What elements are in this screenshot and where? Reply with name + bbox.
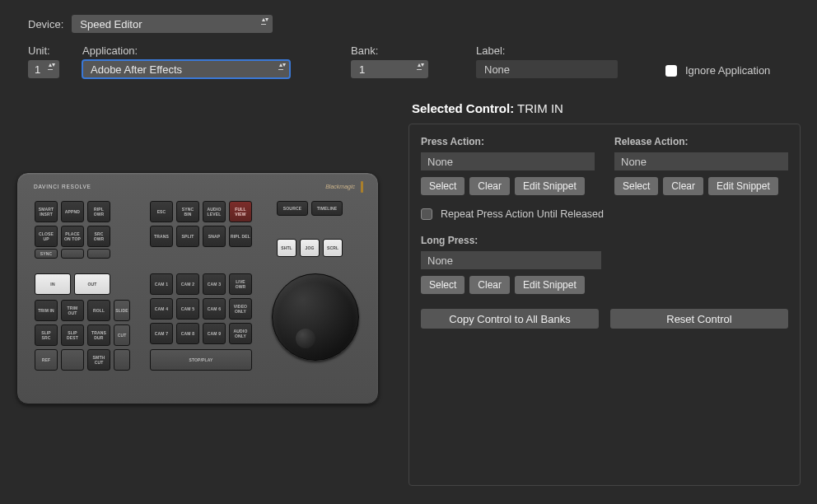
device-value: Speed Editor bbox=[80, 18, 142, 30]
label-label: Label: bbox=[476, 44, 618, 57]
key-cam2[interactable]: CAM 2 bbox=[176, 273, 199, 295]
updown-icon: ▴▾ bbox=[418, 62, 424, 68]
key-out[interactable]: OUT bbox=[74, 273, 110, 295]
key-blank1[interactable] bbox=[61, 249, 84, 259]
bank-label: Bank: bbox=[351, 44, 428, 57]
long-clear-button[interactable]: Clear bbox=[469, 276, 510, 294]
application-value: Adobe After Effects bbox=[91, 63, 182, 76]
press-action-value[interactable]: None bbox=[421, 152, 595, 170]
device-select[interactable]: Speed Editor ▴▾ bbox=[72, 15, 273, 33]
reset-control-button[interactable]: Reset Control bbox=[610, 309, 788, 329]
key-closeup[interactable]: CLOSE UP bbox=[35, 226, 58, 247]
key-source[interactable]: SOURCE bbox=[277, 201, 308, 216]
control-panel: Press Action: None Select Clear Edit Sni… bbox=[408, 124, 801, 486]
key-in[interactable]: IN bbox=[35, 273, 71, 295]
key-cam6[interactable]: CAM 6 bbox=[203, 298, 226, 320]
key-video-only[interactable]: VIDEO ONLY bbox=[229, 298, 252, 320]
application-select[interactable]: Adobe After Effects ▴▾ bbox=[82, 60, 290, 78]
key-audio-level[interactable]: AUDIO LEVEL bbox=[203, 201, 226, 222]
key-cam1[interactable]: CAM 1 bbox=[150, 273, 173, 295]
brand-text: DAVINCI RESOLVE bbox=[34, 184, 91, 189]
bank-value: 1 bbox=[359, 63, 365, 76]
repeat-label: Repeat Press Action Until Released bbox=[441, 208, 604, 220]
updown-icon: ▴▾ bbox=[49, 62, 55, 68]
release-action-value[interactable]: None bbox=[614, 152, 788, 170]
ignore-application-label: Ignore Application bbox=[685, 64, 770, 77]
ignore-application-checkbox[interactable] bbox=[665, 65, 677, 77]
key-cam4[interactable]: CAM 4 bbox=[150, 298, 173, 320]
unit-select[interactable]: 1 ▴▾ bbox=[28, 60, 59, 78]
unit-value: 1 bbox=[35, 63, 40, 76]
key-cam7[interactable]: CAM 7 bbox=[150, 323, 173, 344]
repeat-checkbox[interactable] bbox=[421, 208, 432, 220]
key-smth-cut[interactable]: SMTH CUT bbox=[87, 349, 110, 371]
press-clear-button[interactable]: Clear bbox=[469, 177, 510, 195]
press-edit-snippet-button[interactable]: Edit Snippet bbox=[515, 177, 585, 195]
device-label: Device: bbox=[28, 18, 63, 30]
long-press-label: Long Press: bbox=[421, 235, 601, 246]
selected-control-name: TRIM IN bbox=[517, 101, 563, 115]
key-trans-dur[interactable]: TRANS DUR bbox=[87, 324, 110, 346]
label-input[interactable]: None bbox=[476, 60, 618, 78]
key-cam5[interactable]: CAM 5 bbox=[176, 298, 199, 320]
key-blank4[interactable] bbox=[114, 349, 130, 371]
selected-control-prefix: Selected Control: bbox=[412, 101, 514, 115]
key-blank2[interactable] bbox=[87, 249, 110, 259]
key-ripple-overwrite[interactable]: RIPL OWR bbox=[87, 201, 110, 222]
press-action-label: Press Action: bbox=[421, 136, 595, 147]
updown-icon: ▴▾ bbox=[262, 16, 268, 23]
key-full-view[interactable]: FULL VIEW bbox=[229, 201, 252, 222]
key-trim-in[interactable]: TRIM IN bbox=[35, 300, 58, 321]
key-cam3[interactable]: CAM 3 bbox=[203, 273, 226, 295]
release-action-label: Release Action: bbox=[614, 136, 788, 147]
key-append[interactable]: APPND bbox=[61, 201, 84, 222]
label-value: None bbox=[484, 63, 510, 76]
key-ref[interactable]: REF bbox=[35, 349, 58, 371]
key-blank3[interactable] bbox=[61, 349, 84, 371]
key-smart-insert[interactable]: SMART INSRT bbox=[35, 201, 58, 222]
unit-label: Unit: bbox=[28, 44, 59, 57]
key-slide[interactable]: SLIDE bbox=[114, 300, 130, 321]
copy-control-button[interactable]: Copy Control to All Banks bbox=[421, 309, 599, 329]
application-label: Application: bbox=[82, 44, 290, 57]
release-edit-snippet-button[interactable]: Edit Snippet bbox=[708, 177, 778, 195]
key-roll[interactable]: ROLL bbox=[87, 300, 110, 321]
key-esc[interactable]: ESC bbox=[150, 201, 173, 222]
key-slip-src[interactable]: SLIP SRC bbox=[35, 324, 58, 346]
key-live-owr[interactable]: LIVE OWR bbox=[229, 273, 252, 295]
key-slip-dest[interactable]: SLIP DEST bbox=[61, 324, 84, 346]
release-clear-button[interactable]: Clear bbox=[663, 177, 703, 195]
release-select-button[interactable]: Select bbox=[614, 177, 658, 195]
bank-select[interactable]: 1 ▴▾ bbox=[351, 60, 428, 78]
key-scrl[interactable]: SCRL bbox=[323, 239, 343, 257]
key-stop-play[interactable]: STOP/PLAY bbox=[150, 349, 252, 371]
key-audio-only[interactable]: AUDIO ONLY bbox=[229, 323, 252, 344]
long-select-button[interactable]: Select bbox=[421, 276, 465, 294]
press-select-button[interactable]: Select bbox=[421, 177, 465, 195]
key-cam8[interactable]: CAM 8 bbox=[176, 323, 199, 344]
speed-editor-device: DAVINCI RESOLVE Blackmagic SMART INSRT A… bbox=[16, 172, 379, 404]
selected-control-title: Selected Control: TRIM IN bbox=[412, 101, 801, 115]
key-shtl[interactable]: SHTL bbox=[277, 239, 296, 257]
updown-icon: ▴▾ bbox=[279, 62, 286, 68]
key-src-overwrite[interactable]: SRC OWR bbox=[87, 226, 110, 247]
key-sync-bin[interactable]: SYNC BIN bbox=[176, 201, 199, 222]
key-timeline[interactable]: TIMELINE bbox=[311, 201, 343, 216]
key-trans[interactable]: TRANS bbox=[150, 226, 173, 247]
key-place-on-top[interactable]: PLACE ON TOP bbox=[61, 226, 84, 247]
key-trim-out[interactable]: TRIM OUT bbox=[61, 300, 84, 321]
indicator-light-icon bbox=[361, 181, 363, 193]
key-cam9[interactable]: CAM 9 bbox=[203, 323, 226, 344]
key-ripl-del[interactable]: RIPL DEL bbox=[229, 226, 252, 247]
brand2-text: Blackmagic bbox=[325, 184, 355, 189]
long-edit-snippet-button[interactable]: Edit Snippet bbox=[515, 276, 585, 294]
key-split[interactable]: SPLIT bbox=[176, 226, 199, 247]
key-cut[interactable]: CUT bbox=[114, 324, 130, 346]
key-sync[interactable]: SYNC bbox=[35, 249, 58, 259]
long-press-value[interactable]: None bbox=[421, 251, 601, 269]
key-jog[interactable]: JOG bbox=[300, 239, 320, 257]
jog-wheel[interactable] bbox=[272, 273, 359, 361]
key-snap[interactable]: SNAP bbox=[203, 226, 226, 247]
